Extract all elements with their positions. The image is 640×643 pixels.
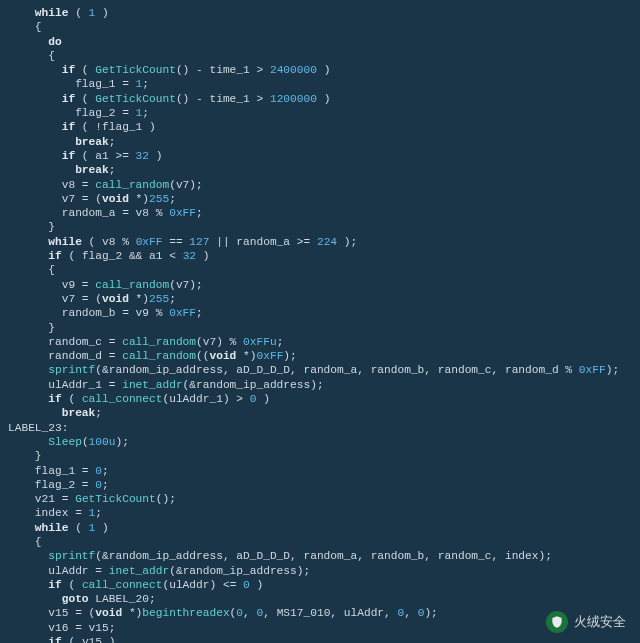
watermark: 火绒安全 bbox=[546, 611, 626, 633]
watermark-text: 火绒安全 bbox=[574, 615, 626, 629]
shield-icon bbox=[546, 611, 568, 633]
code-block: while ( 1 ) { do { if ( GetTickCount() -… bbox=[0, 0, 640, 643]
